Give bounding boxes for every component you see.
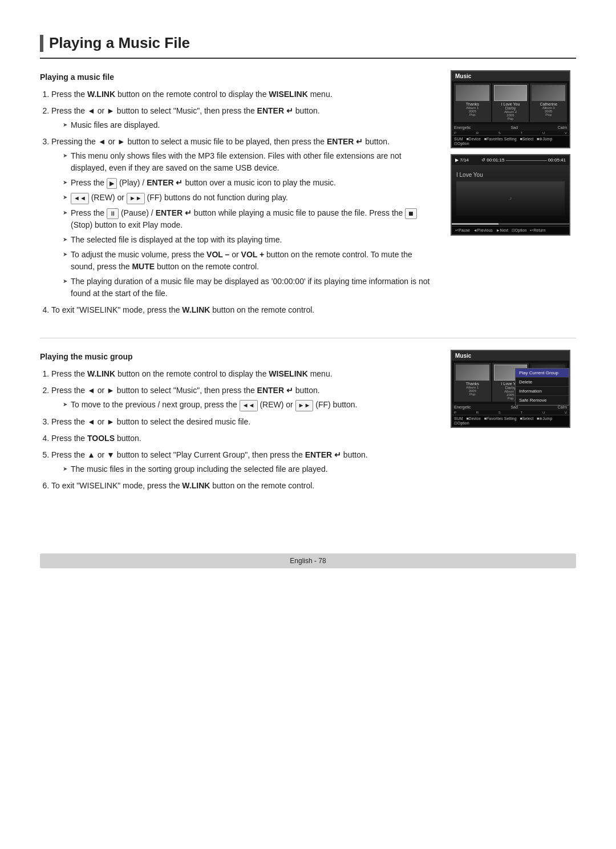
list-item: ◄◄ (REW) or ►► (FF) buttons do not funct… [63, 192, 433, 204]
tv-cell: Thanks Album 1 2005 Pop [454, 363, 491, 402]
tv-cell: I Love You Darby Album 2 2005 Pop [492, 83, 529, 122]
section2-title: Playing the music group [40, 352, 433, 361]
section1-text: Playing a music file Press the W.LINK bu… [40, 70, 433, 321]
tv-screen-music-grid: Music Thanks Album 1 2005 Pop I Love You… [451, 70, 570, 148]
tv-screen-header: Music [452, 71, 569, 81]
tv-menu-item-delete: Delete [516, 378, 569, 387]
section1-title: Playing a music file [40, 72, 433, 82]
section1-images: Music Thanks Album 1 2005 Pop I Love You… [451, 70, 576, 321]
tv-menu-item-safe-remove: Safe Remove [516, 396, 569, 405]
list-item: Pressing the ◄ or ► button to select a m… [51, 136, 433, 300]
tv-playback-body: I Love You ♪ [452, 165, 569, 222]
list-item: The selected file is displayed at the to… [63, 234, 433, 246]
tv-context-menu: Play Current Group Delete Information Sa… [515, 368, 569, 406]
list-item: Press the ◄ or ► button to select "Music… [51, 385, 433, 411]
list-item: To adjust the music volume, press the VO… [63, 249, 433, 273]
list-item: Press the ▶ (Play) / ENTER ↵ button over… [63, 177, 433, 189]
tv-playback-header: ▶ 7/14 ↺ 00:01:15 ————————— 00:05:41 [452, 155, 569, 165]
section1: Playing a music file Press the W.LINK bu… [40, 70, 576, 321]
page-title: Playing a Music File [40, 34, 576, 59]
tv-alphabet: PRSTUV [452, 410, 569, 415]
section2-images: Music Thanks Album 1 2005 Pop I Love You… [451, 350, 576, 496]
section-divider [40, 338, 576, 338]
section2-text: Playing the music group Press the W.LINK… [40, 350, 433, 496]
section2-steps: Press the W.LINK button on the remote co… [40, 368, 433, 491]
list-item: This menu only shows files with the MP3 … [63, 150, 433, 174]
progress-bar [452, 223, 569, 225]
list-item: Press the W.LINK button on the remote co… [51, 88, 433, 100]
tv-menu-item-play-current: Play Current Group [516, 369, 569, 378]
tv-screen-header: Music [452, 351, 569, 361]
tv-screen-playback: ▶ 7/14 ↺ 00:01:15 ————————— 00:05:41 I L… [451, 154, 570, 236]
list-item: Press the W.LINK button on the remote co… [51, 368, 433, 380]
list-item: Music files are displayed. [63, 119, 433, 131]
list-item: The playing duration of a music file may… [63, 276, 433, 300]
section2: Playing the music group Press the W.LINK… [40, 350, 576, 496]
tv-moods: EnergeticSadCalm [452, 124, 569, 131]
section1-steps: Press the W.LINK button on the remote co… [40, 88, 433, 316]
tv-cell: Catherine Album 3 2005 Pop [530, 83, 567, 122]
list-item: To move to the previous / next group, pr… [63, 399, 433, 411]
list-item: To exit "WISELINK" mode, press the W.LIN… [51, 480, 433, 492]
list-item: Press the ◄ or ► button to select "Music… [51, 105, 433, 131]
tv-playback-footer: ↵Pause ◄Previous ►Next ⊡Option ↩Return [452, 226, 569, 235]
list-item: Press the ⏸ (Pause) / ENTER ↵ button whi… [63, 207, 433, 231]
tv-footer: SUM ■Device ■Favorites Setting ■Select ■… [452, 415, 569, 427]
list-item: The music files in the sorting group inc… [63, 463, 433, 475]
tv-cell: Thanks Album 1 2005 Pop [454, 83, 491, 122]
tv-menu-item-information: Information [516, 387, 569, 396]
list-item: Press the TOOLS button. [51, 432, 433, 444]
footer-label: English - 78 [40, 553, 576, 568]
tv-alphabet: PRSTUV [452, 131, 569, 135]
list-item: To exit "WISELINK" mode, press the W.LIN… [51, 304, 433, 316]
tv-screen-music-menu: Music Thanks Album 1 2005 Pop I Love You… [451, 350, 570, 428]
tv-music-grid: Thanks Album 1 2005 Pop I Love You Darby… [452, 81, 569, 124]
tv-footer: SUM ■Device ■Favorites Setting ■Select ■… [452, 135, 569, 147]
list-item: Press the ▲ or ▼ button to select "Play … [51, 449, 433, 475]
list-item: Press the ◄ or ► button to select the de… [51, 416, 433, 428]
footer-wrap: English - 78 [40, 519, 576, 568]
